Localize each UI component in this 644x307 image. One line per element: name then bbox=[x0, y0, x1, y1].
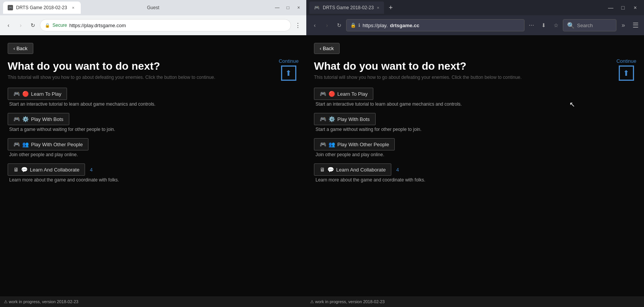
ff-secure-icon: 🔒 bbox=[350, 23, 356, 28]
ff-addressbar: ‹ › ↻ 🔒 ℹ https://play.drtsgame.cc ⋯ ⬇ ☆… bbox=[306, 15, 644, 35]
right-screen-icon: 🖥 bbox=[320, 167, 325, 173]
left-game-content: ‹ Back What do you want to do next? This… bbox=[0, 35, 306, 296]
chrome-maximize-btn[interactable]: □ bbox=[283, 3, 293, 12]
left-option-play-with-people: 🎮 👥 Play With Other People Join other pe… bbox=[8, 138, 299, 157]
guest-label: Guest bbox=[147, 5, 159, 10]
right-back-button[interactable]: ‹ Back bbox=[314, 43, 340, 54]
ff-search-text: Search bbox=[577, 23, 593, 28]
left-status-text: ⚠ work in progress, version 2018-02-23 bbox=[4, 299, 78, 304]
left-learn-collaborate-desc: Learn more about the game and coordinate… bbox=[9, 177, 299, 183]
left-gamepad-icon: 🎮 bbox=[13, 91, 20, 97]
chrome-address-bar[interactable]: 🔒 Secure https://play.drtsgame.com bbox=[40, 19, 291, 31]
right-bot-icon: ⚙️ bbox=[329, 116, 335, 122]
ff-url-domain: drtsgame.cc bbox=[390, 23, 420, 28]
ff-close-btn[interactable]: × bbox=[629, 2, 641, 13]
right-play-with-people-desc: Join other people and play online. bbox=[315, 152, 636, 157]
left-play-with-people-btn[interactable]: 🎮 👥 Play With Other People bbox=[8, 138, 88, 150]
left-play-with-bots-desc: Start a game without waiting for other p… bbox=[9, 127, 299, 132]
left-play-with-bots-btn[interactable]: 🎮 ⚙️ Play With Bots bbox=[8, 113, 69, 125]
left-play-with-people-label: Play With Other People bbox=[31, 142, 83, 147]
ff-new-tab-btn[interactable]: + bbox=[386, 2, 396, 13]
ff-refresh-btn[interactable]: ↻ bbox=[334, 20, 345, 31]
ff-back-nav[interactable]: ‹ bbox=[309, 20, 320, 31]
right-continue-arrow-icon: ⬆ bbox=[619, 65, 634, 81]
right-statusbar: ⚠ work in progress, version 2018-02-23 bbox=[306, 296, 644, 307]
left-learn-icon: 🔴 bbox=[22, 91, 29, 97]
ff-window-controls: — □ × bbox=[605, 2, 641, 13]
ff-tab-favicon: 🎮 bbox=[314, 5, 320, 10]
left-learn-to-play-label: Learn To Play bbox=[31, 91, 61, 97]
chrome-url: https://play.drtsgame.com bbox=[69, 23, 126, 28]
right-option-learn-collaborate: 🖥 💬 Learn And Collaborate 4 Learn more a… bbox=[314, 163, 636, 183]
left-learn-to-play-btn[interactable]: 🎮 🔴 Learn To Play bbox=[8, 88, 67, 100]
right-play-with-bots-label: Play With Bots bbox=[337, 116, 370, 122]
left-page-title: What do you want to do next? bbox=[8, 60, 299, 72]
left-continue-label: Continue bbox=[279, 58, 299, 64]
right-game-content: ‹ Back What do you want to do next? This… bbox=[306, 35, 644, 296]
ff-bookmark-icon[interactable]: ☆ bbox=[551, 20, 561, 31]
left-learn-collaborate-btn[interactable]: 🖥 💬 Learn And Collaborate bbox=[8, 163, 85, 176]
right-continue-label: Continue bbox=[616, 58, 636, 64]
chrome-tab-title: DRTS Game 2018-02-23 bbox=[16, 5, 67, 10]
chrome-tab-close[interactable]: × bbox=[70, 5, 76, 11]
right-option-play-with-people: 🎮 👥 Play With Other People Join other pe… bbox=[314, 138, 636, 157]
chrome-tab[interactable]: 🎮 DRTS Game 2018-02-23 × bbox=[3, 2, 81, 14]
right-play-with-bots-btn[interactable]: 🎮 ⚙️ Play With Bots bbox=[314, 113, 376, 125]
right-firefox-browser: 🎮 DRTS Game 2018-02-23 × + — □ × ‹ › ↻ 🔒… bbox=[306, 0, 644, 307]
ff-tab-title: DRTS Game 2018-02-23 bbox=[323, 5, 374, 10]
right-status-text: ⚠ work in progress, version 2018-02-23 bbox=[310, 299, 385, 304]
ff-address-bar[interactable]: 🔒 ℹ https://play.drtsgame.cc bbox=[346, 19, 525, 31]
right-learn-to-play-btn[interactable]: 🎮 🔴 Learn To Play bbox=[314, 88, 373, 100]
secure-text: Secure bbox=[52, 23, 67, 28]
chrome-back-nav[interactable]: ‹ bbox=[3, 20, 14, 31]
secure-lock-icon: 🔒 bbox=[45, 23, 50, 28]
chrome-window-controls: — □ × bbox=[273, 3, 303, 12]
right-continue-btn[interactable]: Continue ⬆ bbox=[616, 58, 636, 81]
left-continue-btn[interactable]: Continue ⬆ bbox=[279, 58, 299, 81]
chrome-titlebar: 🎮 DRTS Game 2018-02-23 × Guest — □ × bbox=[0, 0, 306, 15]
left-continue-arrow-icon: ⬆ bbox=[281, 65, 296, 81]
ff-tab[interactable]: 🎮 DRTS Game 2018-02-23 × bbox=[309, 2, 384, 14]
ff-search-box[interactable]: 🔍 Search bbox=[563, 19, 616, 31]
ff-pocket-icon[interactable]: ⬇ bbox=[538, 20, 549, 31]
left-people-icon: 👥 bbox=[22, 141, 29, 147]
chrome-minimize-btn[interactable]: — bbox=[273, 3, 282, 12]
left-statusbar: ⚠ work in progress, version 2018-02-23 bbox=[0, 296, 306, 307]
ff-url-prefix: https://play. bbox=[363, 23, 388, 28]
right-learn-icon: 🔴 bbox=[329, 91, 335, 97]
left-chat-icon: 💬 bbox=[21, 167, 28, 173]
ff-maximize-btn[interactable]: □ bbox=[617, 2, 629, 13]
left-learn-collaborate-label: Learn And Collaborate bbox=[30, 167, 79, 173]
right-learn-to-play-label: Learn To Play bbox=[337, 91, 368, 97]
chrome-forward-nav[interactable]: › bbox=[15, 20, 26, 31]
ff-more-options-btn[interactable]: ⋯ bbox=[526, 20, 537, 31]
left-option-learn-collaborate: 🖥 💬 Learn And Collaborate 4 Learn more a… bbox=[8, 163, 299, 183]
ff-titlebar: 🎮 DRTS Game 2018-02-23 × + — □ × bbox=[306, 0, 644, 15]
right-gamepad-icon: 🎮 bbox=[320, 91, 326, 97]
ff-minimize-btn[interactable]: — bbox=[605, 2, 616, 13]
left-chrome-browser: 🎮 DRTS Game 2018-02-23 × Guest — □ × ‹ ›… bbox=[0, 0, 306, 307]
right-option-play-with-bots: 🎮 ⚙️ Play With Bots Start a game without… bbox=[314, 113, 636, 132]
right-learn-collaborate-btn[interactable]: 🖥 💬 Learn And Collaborate bbox=[314, 163, 391, 176]
left-play-with-bots-label: Play With Bots bbox=[31, 116, 64, 122]
tab-favicon: 🎮 bbox=[8, 5, 13, 10]
left-gamepad3-icon: 🎮 bbox=[13, 141, 20, 147]
chrome-menu-btn[interactable]: ⋮ bbox=[293, 20, 303, 31]
ff-hamburger-menu-btn[interactable]: ☰ bbox=[630, 20, 641, 31]
left-back-button[interactable]: ‹ Back bbox=[8, 43, 33, 54]
right-learn-collaborate-desc: Learn more about the game and coordinate… bbox=[315, 177, 636, 183]
right-gamepad2-icon: 🎮 bbox=[320, 116, 326, 122]
right-play-with-bots-desc: Start a game without waiting for other p… bbox=[315, 127, 636, 132]
ff-toolbar-icons: ⋯ ⬇ ☆ bbox=[526, 20, 561, 31]
left-bot-icon: ⚙️ bbox=[22, 116, 29, 122]
chrome-refresh-btn[interactable]: ↻ bbox=[28, 20, 38, 31]
left-option4-badge: 4 bbox=[90, 167, 93, 173]
chrome-close-btn[interactable]: × bbox=[294, 3, 303, 12]
left-screen-icon: 🖥 bbox=[13, 167, 19, 173]
left-learn-to-play-desc: Start an interactive tutorial to learn a… bbox=[9, 101, 299, 107]
ff-chevron-more-btn[interactable]: » bbox=[618, 20, 629, 31]
ff-forward-nav[interactable]: › bbox=[322, 20, 332, 31]
ff-tab-close-btn[interactable]: × bbox=[377, 5, 379, 10]
right-learn-collaborate-label: Learn And Collaborate bbox=[336, 167, 386, 173]
right-play-with-people-btn[interactable]: 🎮 👥 Play With Other People bbox=[314, 138, 395, 150]
